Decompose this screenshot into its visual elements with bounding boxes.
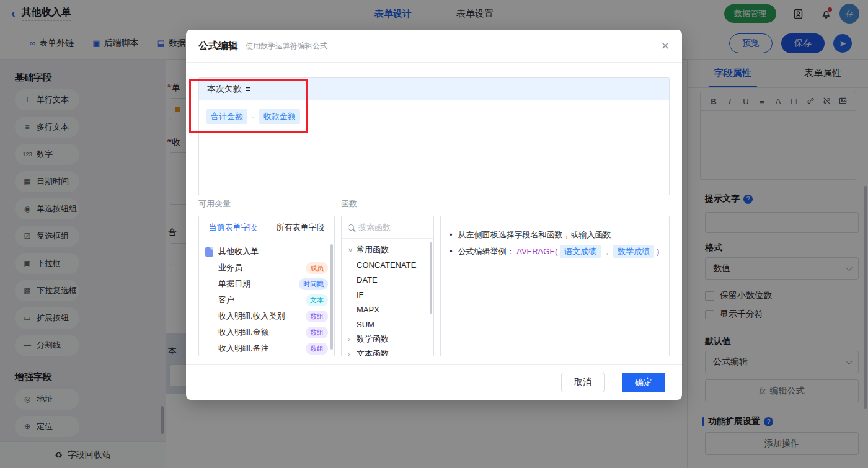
function-item[interactable]: MAPX bbox=[342, 302, 433, 317]
example-token-2: 数学成绩 bbox=[613, 245, 654, 258]
variable-item[interactable]: 单据日期时间戳 bbox=[199, 276, 334, 292]
functions-scrollbar[interactable] bbox=[430, 242, 432, 314]
function-item[interactable]: CONCATENATE bbox=[342, 257, 433, 272]
type-badge: 数组 bbox=[306, 327, 328, 338]
formula-token-total[interactable]: 合计金额 bbox=[206, 109, 247, 124]
formula-target-row: 本次欠款 = bbox=[199, 78, 669, 100]
example-comma: ， bbox=[603, 247, 611, 256]
function-group-text[interactable]: ›文本函数 bbox=[342, 347, 433, 356]
variable-item[interactable]: 业务员成员 bbox=[199, 260, 334, 276]
cancel-button[interactable]: 取消 bbox=[561, 373, 604, 392]
help-line-1: •从左侧面板选择字段名和函数，或输入函数 bbox=[450, 226, 660, 243]
modal-footer: 取消 确定 bbox=[186, 364, 682, 400]
search-icon bbox=[348, 224, 354, 231]
function-item[interactable]: IF bbox=[342, 287, 433, 302]
variables-scrollbar[interactable] bbox=[330, 244, 333, 350]
functions-tree: ∨常用函数 CONCATENATE DATE IF MAPX SUM ›数学函数… bbox=[342, 239, 433, 356]
chevron-down-icon: ∨ bbox=[348, 246, 356, 254]
example-close-paren: ) bbox=[657, 247, 659, 256]
app-root: ‹ 其他收入单 表单设计 表单设置 数据管理 存 bbox=[0, 0, 868, 468]
variable-item[interactable]: 收入明细.备注数组 bbox=[199, 340, 334, 356]
form-doc-icon bbox=[205, 247, 213, 257]
help-content: •从左侧面板选择字段名和函数，或输入函数 • 公式编辑举例： AVERAGE( … bbox=[441, 216, 669, 270]
formula-token-received[interactable]: 收款金额 bbox=[259, 109, 300, 124]
variables-tree: 其他收入单 业务员成员 单据日期时间戳 客户文本 收入明细.收入类别数组 收入明… bbox=[199, 239, 334, 356]
modal-title: 公式编辑 bbox=[198, 40, 238, 53]
example-function: AVERAGE( bbox=[516, 247, 557, 256]
equals-sign: = bbox=[246, 84, 250, 94]
type-badge: 时间戳 bbox=[299, 278, 328, 290]
chevron-right-icon: › bbox=[348, 335, 356, 343]
functions-label: 函数 bbox=[341, 198, 357, 210]
formula-edit-modal: 公式编辑 使用数学运算符编辑公式 ✕ 本次欠款 = 合计金额 - 收款金额 可用… bbox=[186, 30, 682, 400]
example-token-1: 语文成绩 bbox=[560, 245, 601, 258]
confirm-button[interactable]: 确定 bbox=[622, 373, 665, 392]
type-badge: 文本 bbox=[306, 294, 328, 306]
close-icon[interactable]: ✕ bbox=[661, 40, 670, 53]
formula-target: 本次欠款 bbox=[207, 84, 242, 95]
modal-header: 公式编辑 使用数学运算符编辑公式 ✕ bbox=[186, 30, 682, 63]
example-prefix: 公式编辑举例： bbox=[458, 247, 515, 256]
variable-item[interactable]: 收入明细.金额数组 bbox=[199, 324, 334, 340]
tab-current-form-fields[interactable]: 当前表单字段 bbox=[199, 216, 267, 239]
variables-tabs: 当前表单字段 所有表单字段 bbox=[199, 216, 334, 239]
type-badge: 数组 bbox=[306, 343, 328, 355]
search-placeholder: 搜索函数 bbox=[358, 222, 391, 233]
type-badge: 成员 bbox=[306, 262, 328, 274]
formula-editor[interactable]: 本次欠款 = 合计金额 - 收款金额 bbox=[198, 77, 670, 195]
formula-expression[interactable]: 合计金额 - 收款金额 bbox=[199, 100, 669, 133]
function-group-common[interactable]: ∨常用函数 bbox=[342, 242, 433, 257]
help-line-2: • 公式编辑举例： AVERAGE( 语文成绩 ， 数学成绩 ) bbox=[450, 243, 660, 260]
variable-root[interactable]: 其他收入单 bbox=[199, 244, 334, 260]
function-item[interactable]: SUM bbox=[342, 317, 433, 332]
type-badge: 数组 bbox=[306, 311, 328, 322]
variables-label: 可用变量 bbox=[198, 198, 231, 210]
chevron-right-icon: › bbox=[348, 350, 356, 356]
function-item[interactable]: DATE bbox=[342, 272, 433, 287]
function-search[interactable]: 搜索函数 bbox=[342, 216, 433, 239]
minus-operator: - bbox=[252, 112, 255, 121]
variable-item[interactable]: 客户文本 bbox=[199, 292, 334, 308]
modal-subtitle: 使用数学运算符编辑公式 bbox=[246, 41, 327, 51]
functions-panel: 搜索函数 ∨常用函数 CONCATENATE DATE IF MAPX SUM … bbox=[341, 216, 434, 356]
variable-item[interactable]: 收入明细.收入类别数组 bbox=[199, 308, 334, 324]
help-panel: •从左侧面板选择字段名和函数，或输入函数 • 公式编辑举例： AVERAGE( … bbox=[440, 216, 670, 356]
function-group-math[interactable]: ›数学函数 bbox=[342, 332, 433, 347]
variables-panel: 当前表单字段 所有表单字段 其他收入单 业务员成员 单据日期时间戳 客户文本 收… bbox=[198, 216, 335, 356]
tab-all-form-fields[interactable]: 所有表单字段 bbox=[267, 216, 334, 239]
